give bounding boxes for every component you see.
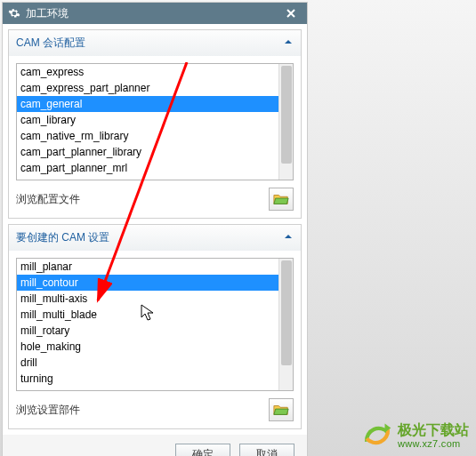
section-title: 要创建的 CAM 设置	[16, 230, 109, 245]
list-item[interactable]: cam_teamcenter_library	[17, 176, 293, 180]
browse-row: 浏览设置部件	[16, 398, 294, 421]
chevron-up-icon	[283, 231, 294, 244]
list-item[interactable]: mill_contour	[17, 275, 293, 291]
chevron-up-icon	[283, 36, 294, 50]
dialog-title: 加工环境	[26, 6, 275, 21]
section-cam-setup-create: 要创建的 CAM 设置 mill_planarmill_contourmill_…	[8, 224, 302, 429]
cam-setup-listbox[interactable]: mill_planarmill_contourmill_multi-axismi…	[16, 258, 294, 391]
list-item[interactable]: mill_rotary	[17, 323, 293, 339]
list-item[interactable]: mill_planar	[17, 259, 293, 275]
ok-button[interactable]: 确定	[175, 444, 230, 456]
section-cam-session-config: CAM 会话配置 cam_expresscam_express_part_pla…	[8, 29, 302, 219]
list-item[interactable]: cam_library	[17, 112, 293, 128]
scrollbar[interactable]	[278, 259, 293, 390]
close-button[interactable]	[280, 3, 302, 24]
list-item[interactable]: cam_native_rm_library	[17, 128, 293, 144]
list-item[interactable]: turning	[17, 371, 293, 387]
browse-row: 浏览配置文件	[16, 188, 294, 211]
watermark-title: 极光下载站	[398, 422, 469, 438]
machining-environment-dialog: 加工环境 CAM 会话配置 cam_expresscam_express_par…	[2, 2, 308, 456]
scrollbar-thumb[interactable]	[281, 66, 292, 164]
list-item[interactable]: hole_making	[17, 339, 293, 355]
cam-session-listbox[interactable]: cam_expresscam_express_part_plannercam_g…	[16, 63, 294, 180]
list-item[interactable]: cam_part_planner_mrl	[17, 160, 293, 176]
folder-open-icon	[273, 403, 289, 417]
cancel-button[interactable]: 取消	[239, 444, 294, 456]
button-row: 确定 取消	[3, 435, 307, 456]
browse-config-label: 浏览配置文件	[16, 192, 80, 207]
watermark: 极光下载站 www.xz7.com	[362, 420, 469, 451]
section-content: mill_planarmill_contourmill_multi-axismi…	[9, 251, 301, 428]
folder-open-icon	[273, 192, 289, 206]
close-icon	[286, 8, 296, 19]
browse-config-button[interactable]	[269, 188, 294, 211]
list-item[interactable]: cam_part_planner_library	[17, 144, 293, 160]
list-item[interactable]: mill_multi-axis	[17, 291, 293, 307]
browse-setup-button[interactable]	[269, 398, 294, 421]
dialog-body: CAM 会话配置 cam_expresscam_express_part_pla…	[3, 29, 307, 456]
list-item[interactable]: cam_general	[17, 96, 293, 112]
section-content: cam_expresscam_express_part_plannercam_g…	[9, 56, 301, 218]
section-header-setup[interactable]: 要创建的 CAM 设置	[9, 225, 301, 251]
list-item[interactable]: mill_multi_blade	[17, 307, 293, 323]
watermark-logo-icon	[362, 420, 392, 451]
browse-setup-label: 浏览设置部件	[16, 403, 80, 418]
scrollbar-thumb[interactable]	[281, 260, 292, 365]
gear-icon	[8, 7, 20, 20]
watermark-url: www.xz7.com	[398, 438, 469, 449]
list-item[interactable]: drill	[17, 355, 293, 371]
title-bar: 加工环境	[3, 3, 307, 24]
section-title: CAM 会话配置	[16, 36, 85, 51]
list-item[interactable]: cam_express_part_planner	[17, 80, 293, 96]
scrollbar[interactable]	[278, 64, 293, 180]
list-item[interactable]: cam_express	[17, 64, 293, 80]
section-header-session[interactable]: CAM 会话配置	[9, 30, 301, 56]
